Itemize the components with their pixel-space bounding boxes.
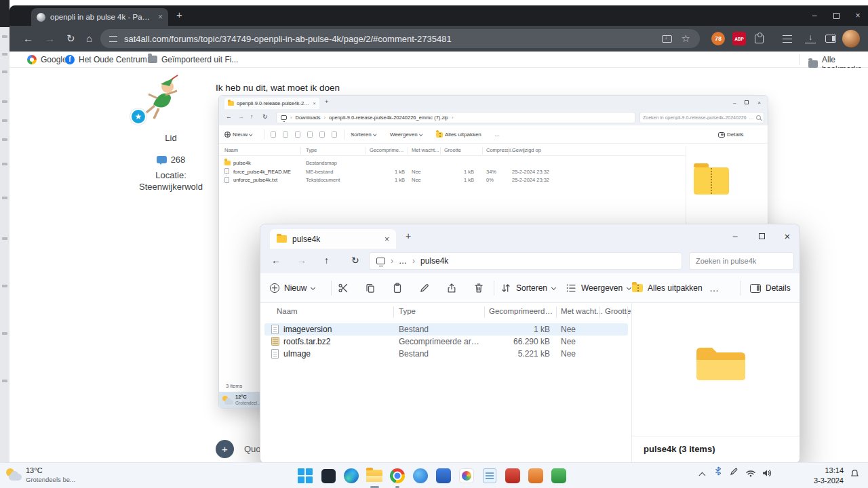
bookmark-star-icon[interactable]: ☆ [682, 33, 690, 45]
view-button[interactable]: Weergeven [566, 279, 631, 298]
mini-address-row: ← → ↑ ↻ › Downloads › openpli-9.0-releas… [219, 109, 768, 125]
back-icon[interactable]: ← [23, 33, 33, 44]
site-info-icon[interactable] [109, 36, 117, 42]
tab-close-icon[interactable]: × [384, 235, 389, 244]
volume-icon[interactable] [762, 469, 772, 477]
bookmark-google[interactable]: Google [27, 55, 67, 64]
breadcrumb-current[interactable]: pulse4k [420, 256, 448, 266]
back-icon[interactable]: ← [271, 255, 281, 266]
paste-button[interactable] [392, 279, 403, 298]
extension-badge[interactable]: 78 [711, 32, 725, 45]
bluetooth-icon[interactable] [715, 466, 722, 476]
start-button[interactable] [297, 468, 313, 484]
divider[interactable] [484, 306, 485, 318]
side-panel-icon[interactable] [825, 35, 836, 43]
forward-icon[interactable]: → [45, 33, 55, 44]
home-icon[interactable]: ⌂ [86, 33, 92, 44]
taskbar-edge[interactable] [343, 468, 359, 484]
divider[interactable] [556, 306, 557, 318]
file-row-imageversion[interactable]: imageversion Bestand 1 kB Nee [260, 323, 631, 336]
divider[interactable] [393, 306, 394, 318]
explorer-tab[interactable]: pulse4k × [270, 229, 396, 249]
column-header-compressed[interactable]: Gecomprimeerde gr... [489, 307, 554, 315]
chevron-down-icon [250, 132, 253, 136]
taskbar-chrome[interactable] [389, 468, 406, 484]
explorer-minimize-button[interactable]: – [722, 224, 748, 248]
copy-button[interactable] [365, 279, 376, 298]
notifications-bell-icon[interactable] [850, 469, 859, 478]
refresh-icon[interactable]: ↻ [351, 255, 359, 266]
tab-close-icon[interactable]: × [158, 13, 163, 21]
explorer-close-button[interactable]: × [774, 224, 800, 248]
adblock-extension-icon[interactable]: ABP [732, 32, 746, 45]
bookmark-imported-folder[interactable]: Geïmporteerd uit Fi... [148, 55, 238, 64]
file-row-uimage[interactable]: uImage Bestand 5.221 kB Nee [260, 348, 631, 360]
rename-button[interactable] [419, 279, 430, 298]
share-button[interactable] [446, 279, 457, 298]
browser-tab[interactable]: openpli in ab pulse 4k - Pagina × [31, 8, 168, 26]
mini-back-icon: ← [226, 113, 232, 120]
column-header-naam[interactable]: Naam [277, 307, 298, 315]
file-row-rootfs[interactable]: rootfs.tar.bz2 Gecomprimeerde archief...… [260, 336, 631, 348]
taskbar-app-green[interactable] [551, 468, 567, 484]
cut-button[interactable] [338, 279, 349, 298]
refresh-icon[interactable]: ↻ [66, 33, 75, 45]
taskbar-clock[interactable]: 13:14 3-3-2024 [789, 466, 844, 486]
taskbar-app-blue[interactable] [435, 468, 452, 484]
taskbar-notepad[interactable] [481, 468, 498, 484]
new-label: Nieuw [284, 283, 307, 293]
forward-icon[interactable]: → [297, 255, 307, 266]
downloads-icon[interactable]: ↓ [805, 33, 816, 43]
share-icon [446, 283, 457, 293]
taskbar-file-explorer[interactable] [366, 468, 382, 484]
taskbar-app-blue-circle[interactable] [412, 468, 429, 484]
maximize-icon [833, 13, 840, 19]
delete-button[interactable] [473, 279, 484, 298]
taskbar-weather-temp[interactable]: 13°C [26, 466, 43, 474]
mini-forward-icon: → [238, 113, 244, 120]
taskbar-app-orange[interactable] [528, 468, 544, 484]
taskbar-app-red[interactable] [505, 468, 521, 484]
reading-list-icon[interactable] [783, 35, 792, 43]
more-button[interactable]: … [709, 279, 719, 298]
explorer-search-box[interactable]: Zoeken in pulse4k [689, 252, 794, 270]
taskbar-photos[interactable] [458, 468, 475, 484]
details-button[interactable]: Details [750, 279, 791, 298]
explorer-new-tab-button[interactable]: + [406, 230, 411, 241]
bookmark-folder-icon [148, 56, 157, 63]
bookmark-het-oude-centrum[interactable]: f Het Oude Centrum... [65, 55, 154, 64]
edge-mark [2, 100, 7, 103]
divider[interactable] [627, 306, 628, 318]
sort-button[interactable]: Sorteren [500, 279, 555, 298]
install-icon[interactable] [662, 35, 672, 43]
divider[interactable] [599, 306, 600, 318]
taskbar-weather-text[interactable]: Grotendeels be... [26, 476, 75, 483]
explorer-breadcrumb-bar[interactable]: › … › pulse4k [369, 252, 682, 270]
up-icon[interactable]: ↑ [324, 255, 329, 266]
file-type: Gecomprimeerde archief... [399, 337, 481, 346]
browser-maximize-button[interactable] [826, 5, 846, 26]
details-panel-icon [750, 284, 761, 293]
taskbar-weather-icon[interactable] [5, 467, 23, 485]
tray-chevron-up-icon[interactable] [699, 472, 706, 479]
column-header-type[interactable]: Type [399, 307, 416, 315]
address-bar[interactable]: sat4all.com/forums/topic/374749-openpli-… [100, 29, 700, 48]
pen-icon[interactable] [730, 468, 738, 476]
profile-avatar[interactable] [842, 30, 860, 47]
breadcrumb-ellipsis[interactable]: … [399, 256, 407, 266]
extract-all-button[interactable]: Alles uitpakken [632, 279, 703, 298]
new-button[interactable]: Nieuw [270, 279, 315, 298]
taskbar-app-dark[interactable] [320, 468, 336, 484]
bookmark-folder-icon [808, 60, 818, 68]
extensions-puzzle-icon[interactable] [755, 35, 764, 43]
column-header-password[interactable]: Met wacht... [561, 307, 603, 315]
mini-file-row: unforce_pulse4k.txt Tekstdocument 1 kB N… [219, 176, 686, 184]
quote-plus-button[interactable]: + [216, 440, 234, 458]
mini-search-icon [756, 115, 761, 120]
browser-close-button[interactable]: × [848, 5, 868, 26]
new-tab-button[interactable]: + [176, 9, 182, 20]
browser-minimize-button[interactable]: – [804, 5, 825, 26]
wifi-icon[interactable] [746, 470, 755, 477]
mini-view-label: Weergeven [390, 131, 418, 138]
explorer-maximize-button[interactable] [749, 224, 774, 248]
